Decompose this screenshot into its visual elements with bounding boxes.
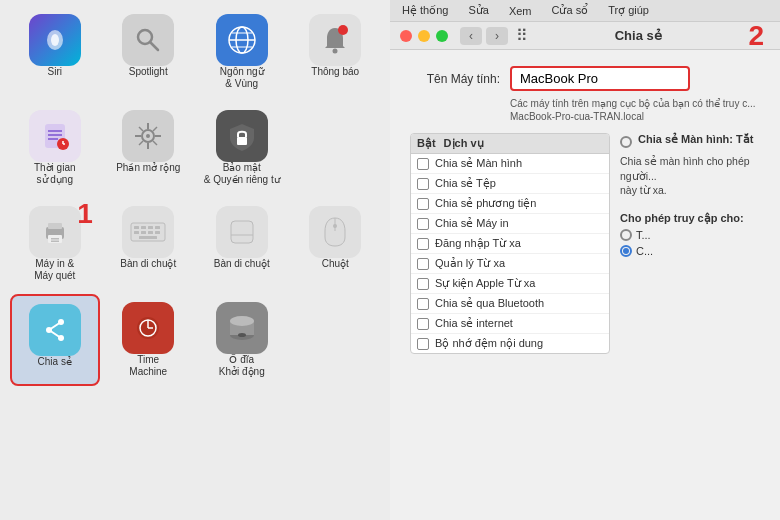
service-checkbox-6[interactable] (417, 278, 429, 290)
svg-rect-36 (141, 226, 146, 229)
access-radio-1[interactable] (620, 245, 632, 257)
menu-system[interactable]: Hệ thống (398, 2, 452, 19)
grid-view-button[interactable]: ⠿ (516, 26, 528, 45)
service-checkbox-9[interactable] (417, 338, 429, 350)
disk-icon-wrapper (216, 302, 268, 354)
list-item[interactable]: Chia sẻ phương tiện (411, 194, 609, 214)
access-option-0[interactable]: T... (620, 229, 760, 241)
list-item[interactable]: Đăng nhập Từ xa (411, 234, 609, 254)
service-checkbox-0[interactable] (417, 158, 429, 170)
minimize-button[interactable] (418, 30, 430, 42)
sidebar-item-spotlight[interactable]: Spotlight (104, 6, 194, 98)
lang-label: Ngôn ngữ& Vùng (220, 66, 264, 90)
list-item[interactable]: Chia sẻ Màn hình (411, 154, 609, 174)
sidebar-item-timemachine[interactable]: TimeMachine (104, 294, 194, 386)
header-bat: Bật (417, 137, 436, 150)
list-item[interactable]: Quản lý Từ xa (411, 254, 609, 274)
access-section: Cho phép truy cập cho: T... C... (620, 212, 760, 257)
access-label: Cho phép truy cập cho: (620, 212, 760, 225)
svg-line-27 (139, 141, 143, 145)
sidebar-item-share[interactable]: Chia sẻ (10, 294, 100, 386)
time-label: Thời giansử dụng (34, 162, 76, 186)
menu-help[interactable]: Trợ giúp (604, 2, 653, 19)
sidebar-item-ext[interactable]: Phần mở rộng (104, 102, 194, 194)
sidebar-item-notify[interactable]: Thông báo (291, 6, 381, 98)
sidebar-item-trackpad[interactable]: Bàn di chuột (197, 198, 287, 290)
list-item[interactable]: Chia sẻ internet (411, 314, 609, 334)
svg-rect-12 (48, 130, 62, 132)
sidebar-item-keyboard[interactable]: Bàn di chuột (104, 198, 194, 290)
spotlight-icon-wrapper (122, 14, 174, 66)
svg-line-52 (49, 330, 61, 338)
computer-name-input[interactable] (510, 66, 690, 91)
list-item[interactable]: Sự kiện Apple Từ xa (411, 274, 609, 294)
nav-buttons: ‹ › (460, 27, 508, 45)
sharing-status-section: Chia sẻ Màn hình: Tắt Chia sẻ màn hình c… (620, 133, 760, 198)
sidebar-item-time[interactable]: Thời giansử dụng (10, 102, 100, 194)
siri-label: Siri (48, 66, 62, 78)
timemachine-icon (122, 302, 174, 354)
menu-bar: Hệ thống Sửa Xem Cửa sổ Trợ giúp (390, 0, 780, 22)
menu-view[interactable]: Xem (505, 3, 536, 19)
service-checkbox-4[interactable] (417, 238, 429, 250)
svg-point-47 (333, 224, 337, 228)
list-item[interactable]: Chia sẻ Tệp (411, 174, 609, 194)
service-checkbox-7[interactable] (417, 298, 429, 310)
list-item[interactable]: Chia sẻ qua Bluetooth (411, 294, 609, 314)
field-label: Tên Máy tính: (410, 72, 500, 86)
list-item[interactable]: Bộ nhớ đệm nội dung (411, 334, 609, 353)
service-label-2: Chia sẻ phương tiện (435, 197, 536, 210)
keyboard-label: Bàn di chuột (120, 258, 176, 270)
mouse-label: Chuột (322, 258, 349, 270)
service-area: Bật Dịch vụ Chia sẻ Màn hình Chia sẻ Tệp… (410, 133, 760, 354)
siri-icon (29, 14, 81, 66)
sidebar-item-printer[interactable]: 1 Máy in &Máy quét (10, 198, 100, 290)
window-title-text: Chia sẻ (615, 28, 662, 43)
access-radio-group: T... C... (620, 229, 760, 257)
menu-window[interactable]: Cửa sổ (548, 2, 593, 19)
svg-rect-33 (51, 241, 59, 243)
lang-icon (216, 14, 268, 66)
svg-point-19 (146, 134, 150, 138)
forward-button[interactable]: › (486, 27, 508, 45)
sidebar-item-disk[interactable]: Ổ đĩaKhởi động (197, 294, 287, 386)
back-button[interactable]: ‹ (460, 27, 482, 45)
security-label: Bảo mật& Quyền riêng tư (204, 162, 280, 186)
window-content: Tên Máy tính: Các máy tính trên mạng cục… (390, 50, 780, 370)
share-label: Chia sẻ (38, 356, 72, 368)
svg-rect-35 (134, 226, 139, 229)
access-radio-0[interactable] (620, 229, 632, 241)
service-label-0: Chia sẻ Màn hình (435, 157, 522, 170)
lang-icon-wrapper (216, 14, 268, 66)
time-icon-wrapper (29, 110, 81, 162)
status-radio-indicator (620, 136, 632, 148)
svg-point-9 (333, 49, 338, 54)
service-checkbox-8[interactable] (417, 318, 429, 330)
access-option-1[interactable]: C... (620, 245, 760, 257)
service-checkbox-1[interactable] (417, 178, 429, 190)
svg-rect-13 (48, 134, 62, 136)
sidebar-item-lang[interactable]: Ngôn ngữ& Vùng (197, 6, 287, 98)
svg-rect-28 (237, 137, 247, 145)
disk-label: Ổ đĩaKhởi động (219, 354, 265, 378)
security-icon-wrapper (216, 110, 268, 162)
list-item[interactable]: Chia sẻ Máy in (411, 214, 609, 234)
printer-label: Máy in &Máy quét (34, 258, 75, 282)
sidebar-item-mouse[interactable]: Chuột (291, 198, 381, 290)
svg-rect-41 (148, 231, 153, 234)
maximize-button[interactable] (436, 30, 448, 42)
header-dich-vu: Dịch vụ (444, 137, 484, 150)
service-label-6: Sự kiện Apple Từ xa (435, 277, 535, 290)
service-checkbox-2[interactable] (417, 198, 429, 210)
service-table: Bật Dịch vụ Chia sẻ Màn hình Chia sẻ Tệp… (410, 133, 610, 354)
menu-edit[interactable]: Sửa (464, 2, 492, 19)
access-option-1-label: C... (636, 245, 653, 257)
close-button[interactable] (400, 30, 412, 42)
service-label-4: Đăng nhập Từ xa (435, 237, 521, 250)
sidebar-item-security[interactable]: Bảo mật& Quyền riêng tư (197, 102, 287, 194)
svg-point-59 (230, 316, 254, 326)
service-checkbox-3[interactable] (417, 218, 429, 230)
service-checkbox-5[interactable] (417, 258, 429, 270)
keyboard-icon-wrapper (122, 206, 174, 258)
sidebar-item-siri[interactable]: Siri (10, 6, 100, 98)
